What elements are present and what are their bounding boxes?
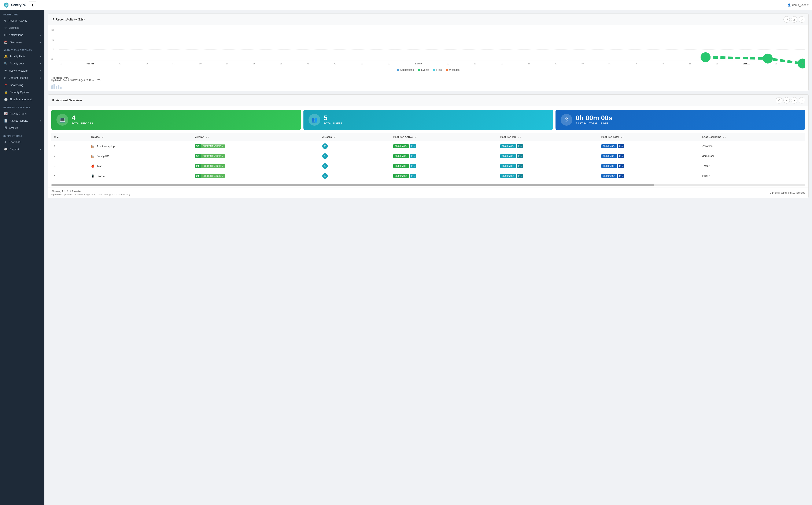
col-header-username[interactable]: Last Username ▲▼	[700, 133, 805, 141]
devices-table-header: ≡ ▲ Device ▲▼ Version ▲▼	[51, 133, 805, 141]
sidebar-section-reports: REPORTS & ARCHIVES 📈 Activity Charts 📄 A…	[0, 103, 44, 132]
time-val-total: 0h 00m 00s	[601, 154, 617, 158]
sidebar-item-activity-reports[interactable]: 📄 Activity Reports ▾	[0, 117, 44, 124]
account-overview-panel: 🖥 Account Overview ↺ ≡ ▲ ⤢ 💻 4	[48, 95, 809, 198]
sidebar-item-activity-logs[interactable]: 🔍 Activity Logs ▾	[0, 60, 44, 67]
table-scrollbar[interactable]	[51, 184, 805, 186]
sidebar: DASHBOARD ↺ Account Activity ♡ Licenses …	[0, 10, 44, 505]
time-badge-total: 0h 00m 00s 0%	[601, 164, 624, 168]
logo-icon	[3, 2, 9, 8]
sidebar-label-content-filtering: Content Filtering	[9, 76, 28, 79]
table-footer-left: Showing 1 to 4 of 4 entries Updated : Up…	[51, 190, 130, 196]
mini-bar	[55, 86, 57, 89]
windows-icon: 🪟	[91, 145, 95, 148]
cell-idle: 0h 00m 00s 0%	[498, 151, 599, 161]
version-num: 5.7	[195, 144, 201, 148]
activity-logs-icon: 🔍	[4, 62, 8, 65]
recent-activity-header: ↺ Recent Activity (12s) ↺ ▲ ⤢	[48, 14, 808, 25]
account-overview-collapse-button[interactable]: ▲	[791, 97, 797, 104]
notifications-chevron-icon: ▾	[40, 34, 41, 36]
user-count-badge: 2	[322, 143, 328, 149]
x-label: 30	[582, 63, 584, 65]
time-pct-idle: 0%	[517, 144, 523, 148]
logo-text: SentryPC	[11, 3, 26, 7]
time-pct-active: 0%	[410, 164, 416, 168]
recent-activity-chart-area: 60 40 20 0	[48, 25, 808, 75]
idle-sort-icons: ▲▼	[518, 136, 521, 138]
sidebar-item-download[interactable]: ⬇ Download	[0, 139, 44, 146]
recent-activity-refresh-button[interactable]: ↺	[784, 16, 790, 23]
time-val-active: 0h 00m 00s	[393, 154, 409, 158]
cell-num: 1	[51, 141, 89, 151]
time-badge-idle: 0h 00m 00s 0%	[500, 164, 523, 168]
sidebar-section-label-support: SUPPORT AREA	[0, 132, 44, 139]
sidebar-item-archive[interactable]: 🗄 Archive	[0, 124, 44, 132]
past-usage-label: PAST 24h TOTAL USAGE	[576, 122, 612, 125]
total-devices-info: 4 TOTAL DEVICES	[72, 115, 93, 125]
time-val-idle: 0h 00m 00s	[500, 154, 516, 158]
sidebar-label-notifications: Notifications	[9, 34, 23, 36]
sidebar-item-activity-charts[interactable]: 📈 Activity Charts	[0, 110, 44, 117]
recent-activity-expand-button[interactable]: ⤢	[799, 16, 805, 23]
activity-viewers-icon: 👁	[4, 69, 7, 72]
sidebar-label-licenses: Licenses	[9, 26, 19, 29]
cell-users: 1	[320, 161, 391, 171]
sidebar-item-time-management[interactable]: 🕐 Time Management	[0, 96, 44, 103]
version-badge: 2.0 CURRENT VERSION	[195, 174, 225, 178]
user-menu[interactable]: 👤 demo_user ▾	[788, 3, 809, 7]
account-overview-settings-button[interactable]: ≡	[784, 97, 790, 104]
col-sort-asc-icon[interactable]: ▲	[56, 136, 59, 139]
sidebar-item-licenses[interactable]: ♡ Licenses	[0, 24, 44, 31]
total-devices-label: TOTAL DEVICES	[72, 122, 93, 125]
devices-table-wrap: ≡ ▲ Device ▲▼ Version ▲▼	[48, 133, 808, 184]
total-users-icon-wrap: 👥	[309, 114, 320, 126]
stat-card-past-usage: ⏱ 0h 00m 00s PAST 24h TOTAL USAGE	[556, 110, 805, 130]
col-header-device[interactable]: Device ▲▼	[89, 133, 192, 141]
sidebar-item-activity-viewers[interactable]: 👁 Activity Viewers ▾	[0, 67, 44, 74]
cell-active: 0h 00m 00s 0%	[391, 151, 498, 161]
time-pct-total: 0%	[618, 174, 624, 178]
sidebar-item-activity-alerts[interactable]: 🔔 Activity Alerts ▾	[0, 53, 44, 60]
sidebar-item-support[interactable]: 💬 Support ▾	[0, 146, 44, 153]
time-pct-total: 0%	[618, 164, 624, 168]
y-label-40: 40	[51, 38, 58, 41]
table-updated: Updated : Updated : 18 seconds ago (Sun,…	[51, 193, 130, 196]
recent-activity-interval: (12s)	[78, 18, 85, 21]
stat-card-total-users: 👥 5 TOTAL USERS	[304, 110, 553, 130]
table-row: 1 🪟 Toshiba-Laptop 5.7 CURRENT VERSION	[51, 141, 805, 151]
time-val-total: 0h 00m 00s	[601, 164, 617, 168]
sidebar-item-overviews[interactable]: 📅 Overviews ▾	[0, 39, 44, 46]
col-header-users[interactable]: # Users ▲▼	[320, 133, 391, 141]
sidebar-item-account-activity[interactable]: ↺ Account Activity	[0, 17, 44, 24]
col-header-total[interactable]: Past 24h Total ▲▼	[599, 133, 700, 141]
version-num: 5.7	[195, 154, 201, 158]
time-pct-active: 0%	[410, 154, 416, 158]
sidebar-item-notifications[interactable]: ✉ Notifications ▾	[0, 31, 44, 39]
sidebar-item-geofencing[interactable]: 📍 Geofencing	[0, 81, 44, 89]
x-label: 05	[119, 63, 121, 65]
total-users-info: 5 TOTAL USERS	[324, 115, 343, 125]
mini-bar	[53, 84, 55, 89]
col-header-active[interactable]: Past 24h Active ▲▼	[391, 133, 498, 141]
windows-icon: 🪟	[91, 155, 95, 158]
account-overview-title: 🖥 Account Overview	[51, 99, 82, 102]
recent-activity-collapse-button[interactable]: ▲	[791, 16, 797, 23]
x-label: 55	[388, 63, 390, 65]
account-overview-expand-button[interactable]: ⤢	[799, 97, 805, 104]
chart-y-labels: 60 40 20 0	[51, 29, 58, 60]
version-badge: 5.7 CURRENT VERSION	[195, 144, 225, 148]
sidebar-item-security-options[interactable]: 🔒 Security Options	[0, 89, 44, 96]
sidebar-toggle[interactable]: ❮	[29, 1, 36, 9]
cell-users: 1	[320, 151, 391, 161]
time-pct-total: 0%	[618, 154, 624, 158]
apple-icon: 🍎	[91, 165, 95, 168]
support-chevron-icon: ▾	[40, 148, 41, 151]
cell-active: 0h 00m 00s 0%	[391, 141, 498, 151]
y-label-0: 0	[51, 58, 58, 60]
cell-num: 2	[51, 151, 89, 161]
table-row: 4 📱 Pixel 4 2.0 CURRENT VERSION	[51, 171, 805, 181]
col-header-version[interactable]: Version ▲▼	[192, 133, 320, 141]
account-overview-refresh-button[interactable]: ↺	[776, 97, 782, 104]
sidebar-item-content-filtering[interactable]: ⊘ Content Filtering ▾	[0, 74, 44, 81]
col-header-idle[interactable]: Past 24h Idle ▲▼	[498, 133, 599, 141]
